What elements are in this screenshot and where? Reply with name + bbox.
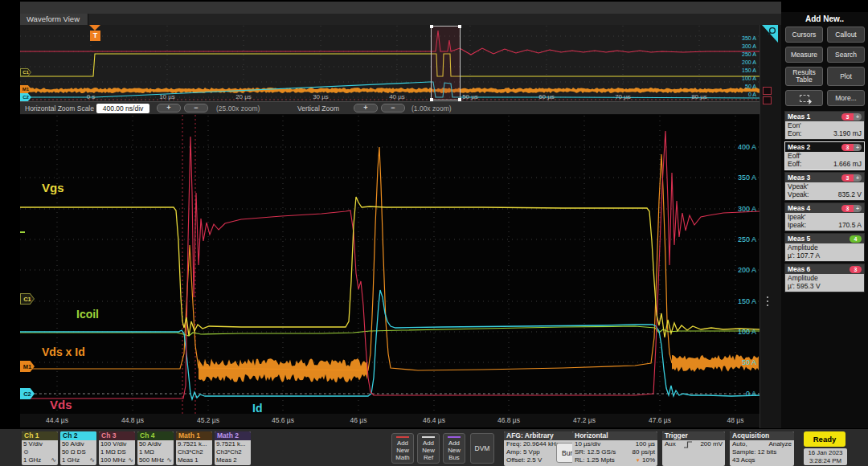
source-badge: 3 + [841,174,862,182]
measurement-value-label: Ipeak: [788,222,806,230]
measurement-name: Meas 3 [788,174,810,182]
channel-badge[interactable]: Math 1 9.7521 k... Ch3*Ch2 Meas 1 [176,431,212,465]
results-panel: Add New.. Cursors Callout Measure Search… [781,12,868,428]
wave-label-vds-x-id: Vds x Id [42,345,85,358]
amplitude-label: 150 A [724,297,756,305]
panel-divider [760,25,781,428]
type-color-strip [396,436,409,438]
vzoom-minus-button[interactable]: − [381,104,405,112]
zoom-scale-bar: Horizontal Zoom Scale 400.00 ns/div + − … [20,102,781,115]
panel-button[interactable]: Cursors [785,27,823,43]
ready-status: Ready [804,431,845,447]
acquisition-badge[interactable]: Acquisition Auto,Analyze Sample: 12 bits… [730,431,794,466]
channel-badge[interactable]: Ch 3 100 V/div 1 MΩ DS 100 MHz∿ [99,431,135,465]
measurement-name: Meas 5 [788,235,810,243]
screen-capture-icon [800,95,809,102]
trace-id [20,290,760,399]
horizontal-badge[interactable]: Horizontal 10 µs/div100 µs SR: 12.5 GS/s… [572,431,657,466]
trigger-title: Trigger [662,431,725,440]
trace-vds-overview [20,31,760,55]
wave-label-icoil: Icoil [76,308,99,321]
expand-icon[interactable]: + [854,205,862,212]
hzoom-plus-button[interactable]: + [157,104,181,112]
panel-button[interactable]: More... [827,90,865,106]
panel-button[interactable]: Results Table [785,67,823,86]
measurement-badge[interactable]: Meas 4 3 + Ipeak' Ipeak:170.5 A [784,202,865,231]
trace-icoil [20,326,760,336]
measurement-badge[interactable]: Meas 3 3 + Vpeak' Vpeak:835.2 V [784,172,865,201]
gutter-mini-icon[interactable] [763,87,772,95]
horizontal-zoom-label: Horizontal Zoom Scale [25,104,94,112]
main-waveform-plot[interactable]: 400 A350 A300 A250 A200 A150 A100 A50 A0… [20,115,760,414]
time-tick-label: 46.4 µs [416,416,452,424]
channel-badge[interactable]: Ch 4 50 A/div 1 MΩ 500 MHz∿ [137,431,174,465]
time-tick-label: 30 µs [307,93,334,100]
measurement-value-label: µ': 595.3 V [788,283,821,291]
add-new-button[interactable]: Add New Ref [417,433,440,464]
panel-button-label: Search [835,51,857,59]
amplitude-label: 100 A [727,76,756,81]
measurement-badge[interactable]: Meas 6 3 Amplitude µ': 595.3 V [784,264,865,292]
measurement-name: Meas 2 [788,143,810,151]
time-tick-label: 40 µs [383,93,411,100]
measurement-badge[interactable]: Meas 5 4 Amplitude µ': 107.7 A [784,233,865,262]
horizontal-zoom-scale-input[interactable]: 400.00 ns/div [96,104,149,113]
expand-icon[interactable]: + [854,113,862,121]
time-tick-label: 45.2 µs [190,416,226,424]
channel-badges: Ch 1 5 V/div ⊙ 1 GHz∿ Ch 2 50 A/div 50 Ω… [22,431,251,465]
zoom-selection-box[interactable] [431,26,461,100]
measurement-value-label: Eon: [788,130,802,138]
add-new-buttons: Cursors Callout Measure Search Results T… [785,27,865,106]
probe-icon: ⊙ [23,448,29,456]
trace-vds [20,131,760,399]
add-new-button[interactable]: Add New Bus [443,433,465,464]
bandwidth-icon: ∿ [51,456,56,464]
bandwidth-icon: ∿ [128,456,133,464]
channel-name: Math 2 [215,431,251,440]
source-badge: 4 [850,235,862,243]
menu-bar [20,2,781,14]
panel-button-label: Measure [791,51,817,59]
trigger-badge[interactable]: Trigger Aux200 mV [662,431,725,466]
overview-zoom-corner-icon[interactable] [760,23,780,47]
overview-plot[interactable]: 0 s10 µs20 µs30 µs40 µs50 µs60 µs70 µs80… [20,25,760,102]
time-tick-label: 10 µs [154,93,181,100]
panel-button-label: Plot [840,73,852,80]
horizontal-title: Horizontal [572,431,657,440]
amplitude-label: 250 A [724,235,756,243]
time-tick-label: 44.8 µs [115,416,150,424]
vzoom-plus-button[interactable]: + [354,104,378,112]
trace-power-band [20,88,760,93]
panel-button-label: More... [835,95,856,102]
add-new-button[interactable]: Add New Math [391,433,414,464]
gutter-mini-icon[interactable] [763,96,772,104]
panel-button[interactable]: Measure [785,47,823,63]
datetime-display: 16 Jan 2023 3:28:24 PM [804,448,847,465]
time-tick-label: 70 µs [609,93,637,100]
tab-waveform-view[interactable]: Waveform View [20,14,88,25]
expand-icon[interactable]: + [854,174,862,182]
panel-button[interactable]: Callout [827,27,865,43]
time-tick-label: 80 µs [686,93,713,100]
trigger-position-marker[interactable]: T [89,25,100,41]
trace-power-math [20,147,672,370]
channel-name: Ch 3 [99,431,135,440]
type-color-strip [448,436,461,438]
measurement-value-label: Eoff: [788,161,801,169]
panel-button[interactable]: Search [827,47,865,63]
hzoom-minus-button[interactable]: − [184,104,208,112]
channel-badge[interactable]: Math 2 9.7521 k... Ch3*Ch2 Meas 2 [215,431,251,465]
channel-badge[interactable]: Ch 1 5 V/div ⊙ 1 GHz∿ [22,431,58,465]
amplitude-label: 300 A [724,205,756,213]
dvm-button[interactable]: DVM [470,433,494,464]
panel-button[interactable]: Plot [827,67,865,86]
main-time-axis: 44.4 µs44.8 µs45.2 µs45.6 µs46 µs46.4 µs… [20,414,760,427]
measurement-badge[interactable]: Meas 2 3 + Eoff' Eoff:1.666 mJ [784,141,865,170]
measurement-badge[interactable]: Meas 1 3 + Eon' Eon:3.190 mJ [784,111,865,140]
vertical-zoom-label: Vertical Zoom [297,104,339,112]
divider-handle-icon[interactable] [767,294,768,309]
panel-button[interactable] [785,90,823,106]
expand-icon[interactable]: + [854,144,862,151]
channel-badge[interactable]: Ch 2 50 A/div 50 Ω DS 1 GHz∿ [60,431,96,465]
trace-vgs [20,197,760,337]
